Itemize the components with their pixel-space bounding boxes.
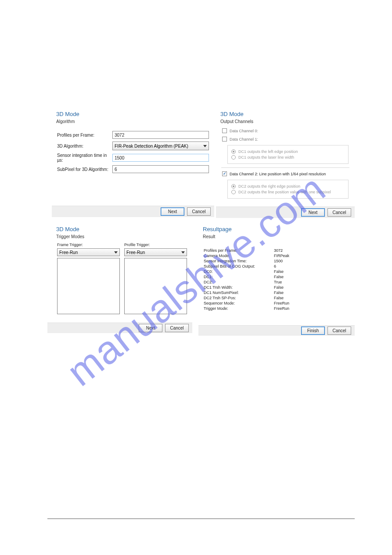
panel4-section: Result [198, 233, 355, 242]
result-row: Camera Mode:FIRPeak [204, 253, 349, 258]
result-value: False [274, 274, 349, 279]
cancel-button[interactable]: Cancel [165, 324, 189, 332]
result-value: False [274, 285, 349, 290]
result-value: FreeRun [274, 306, 349, 311]
dc2-row[interactable]: Data Channel 2: Line position with 1/64 … [216, 170, 355, 178]
next-button[interactable]: Next [161, 207, 184, 216]
panel-output-channels: 3D Mode Output Channels Data Channel 0: … [216, 108, 355, 217]
panel-trigger-modes: 3D Mode Trigger Modes Frame Trigger: Fre… [52, 223, 192, 336]
cancel-button[interactable]: Cancel [187, 207, 211, 216]
profile-trigger-listbox[interactable] [124, 258, 187, 314]
result-value: False [274, 295, 349, 301]
dc2-label: Data Channel 2: Line position with 1/64 … [230, 172, 326, 176]
subpixel-input[interactable] [112, 165, 209, 173]
dc0-row[interactable]: Data Channel 0: [216, 127, 355, 135]
chevron-down-icon [114, 251, 118, 254]
result-value: FIRPeak [274, 253, 349, 258]
result-key: Profiles per Frame: [204, 248, 274, 253]
frame-trigger-label: Frame Trigger: [57, 243, 120, 247]
result-key: DC2 Trsh SP-Pos: [204, 295, 274, 301]
panel3-footer: Next Cancel [47, 323, 192, 333]
chevron-down-icon [181, 251, 185, 254]
cancel-button[interactable]: Cancel [327, 208, 351, 217]
panel4-title: Resultpage [198, 223, 355, 233]
footer-rule [47, 519, 355, 519]
result-key: Camera Mode: [204, 253, 274, 258]
dc2-checkbox[interactable] [222, 171, 227, 176]
dc1-opt2-radio[interactable]: DC1 outputs the laser line width [231, 155, 345, 160]
integration-time-label: Sensor integration time in µs: [57, 153, 112, 163]
panel3-title: 3D Mode [52, 223, 192, 233]
cancel-button[interactable]: Cancel [327, 326, 351, 335]
panel1-title: 3D Mode [52, 108, 214, 118]
result-key: Sequencer Mode: [204, 301, 274, 306]
dc2-options-group: DC2 outputs the right edge position DC2 … [227, 180, 349, 199]
profile-trigger-select[interactable]: Free-Run [124, 248, 187, 256]
subpixel-label: SubPixel for 3D Algorithm: [57, 167, 112, 172]
panel2-footer: Next Cancel [216, 207, 355, 218]
result-key: DC1 NumSumPixel: [204, 290, 274, 295]
result-key: Sensor Integration Time: [204, 258, 274, 264]
result-value: False [274, 290, 349, 295]
result-value: FreeRun [274, 301, 349, 306]
panel-3dmode-algorithm: 3D Mode Algorithm Profiles per Frame: 3D… [52, 108, 214, 217]
next-button[interactable]: Next [139, 324, 162, 332]
result-row: Trigger Mode:FreeRun [204, 306, 349, 311]
3d-algorithm-label: 3D Algorithm: [57, 144, 112, 149]
radio-icon [231, 149, 236, 154]
dc1-label: Data Channel 1: [230, 137, 258, 141]
divider [221, 167, 349, 168]
radio-icon [231, 155, 236, 160]
3d-algorithm-select[interactable]: FIR-Peak Detection Algorithm (PEAK) [112, 141, 209, 150]
dc1-opt1-label: DC1 outputs the left edge position [238, 149, 298, 154]
dc1-row[interactable]: Data Channel 1: [216, 135, 355, 143]
dc1-options-group: DC1 outputs the left edge position DC1 o… [227, 145, 349, 164]
result-key: DC0: [204, 269, 274, 274]
result-key: Subpixel Bits of COG Output: [204, 264, 274, 269]
dc2-opt2-radio[interactable]: DC2 outputs the line position value with… [231, 190, 345, 194]
dc0-checkbox[interactable] [222, 128, 227, 133]
result-key: Trigger Mode: [204, 306, 274, 311]
panel1-section: Algorithm [52, 118, 214, 127]
dc2-opt1-radio[interactable]: DC2 outputs the right edge position [231, 184, 345, 189]
panel1-footer: Next Cancel [52, 206, 214, 217]
profiles-per-frame-input[interactable] [112, 131, 209, 139]
result-row: DC1:False [204, 274, 349, 279]
result-key: DC1: [204, 274, 274, 279]
result-row: Sequencer Mode:FreeRun [204, 301, 349, 306]
result-row: DC1 Trsh Width:False [204, 285, 349, 290]
dc2-opt1-label: DC2 outputs the right edge position [238, 184, 300, 189]
dc1-opt2-label: DC1 outputs the laser line width [238, 155, 294, 160]
result-row: Subpixel Bits of COG Output:6 [204, 264, 349, 269]
result-key: DC2: [204, 279, 274, 285]
result-value: 1500 [274, 258, 349, 264]
result-value: True [274, 279, 349, 285]
radio-icon [231, 190, 236, 194]
integration-time-input[interactable] [112, 154, 209, 162]
result-row: DC0:False [204, 269, 349, 274]
next-button[interactable]: Next [301, 208, 325, 217]
profiles-per-frame-label: Profiles per Frame: [57, 133, 112, 138]
chevron-down-icon [203, 145, 207, 147]
panel4-footer: Finish Cancel [198, 325, 355, 336]
radio-icon [231, 184, 236, 189]
result-row: DC2 Trsh SP-Pos:False [204, 295, 349, 301]
panel2-title: 3D Mode [216, 108, 355, 118]
result-value: 3072 [274, 248, 349, 253]
dc1-opt1-radio[interactable]: DC1 outputs the left edge position [231, 149, 345, 154]
result-row: DC2:True [204, 279, 349, 285]
profile-trigger-value: Free-Run [126, 250, 145, 255]
panel2-section: Output Channels [216, 118, 355, 127]
frame-trigger-value: Free-Run [59, 250, 78, 255]
frame-trigger-select[interactable]: Free-Run [57, 248, 120, 256]
result-row: DC1 NumSumPixel:False [204, 290, 349, 295]
result-value: False [274, 269, 349, 274]
finish-button[interactable]: Finish [301, 326, 325, 335]
panel-resultpage: Resultpage Result Profiles per Frame:307… [198, 223, 355, 336]
dc0-label: Data Channel 0: [230, 129, 258, 133]
dc1-checkbox[interactable] [222, 137, 227, 141]
result-rows: Profiles per Frame:3072Camera Mode:FIRPe… [198, 242, 355, 311]
frame-trigger-listbox[interactable] [57, 258, 120, 314]
dc2-opt2-label: DC2 outputs the line position value with… [238, 190, 331, 194]
result-row: Profiles per Frame:3072 [204, 248, 349, 253]
